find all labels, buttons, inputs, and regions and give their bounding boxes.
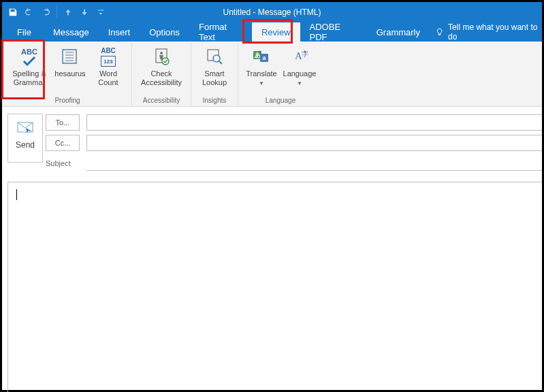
subject-input[interactable] [86, 156, 542, 171]
send-button[interactable]: Send [7, 114, 43, 163]
group-proofing: ABC Spelling & Grammar hesaurus ABC 123 [3, 43, 132, 106]
ribbon-tabs: File Message Insert Options Format Text … [2, 22, 542, 42]
translate-button[interactable]: あa Translate▼ [242, 43, 281, 95]
group-proofing-label: Proofing [54, 95, 80, 106]
chevron-down-icon: ▼ [246, 79, 276, 88]
group-accessibility: Check Accessibility Accessibility [132, 43, 191, 106]
next-item-icon[interactable] [76, 4, 93, 20]
word-count-button[interactable]: ABC 123 Word Count [89, 43, 127, 95]
group-accessibility-label: Accessibility [143, 95, 180, 106]
smart-lookup-icon [206, 46, 223, 67]
cc-button[interactable]: Cc... [46, 135, 80, 151]
group-language-label: Language [266, 95, 296, 106]
message-body[interactable] [7, 182, 542, 392]
tab-review[interactable]: Review [252, 22, 300, 42]
prev-item-icon[interactable] [60, 4, 76, 20]
undo-icon[interactable] [21, 4, 37, 20]
svg-point-7 [162, 58, 169, 65]
tab-adobe-pdf[interactable]: ADOBE PDF [300, 22, 367, 42]
accessibility-icon [153, 46, 170, 67]
language-icon: A字 [290, 46, 309, 67]
save-icon[interactable] [5, 4, 21, 20]
word-count-icon: ABC 123 [101, 46, 116, 67]
customize-qat-icon[interactable] [93, 4, 109, 20]
lightbulb-icon [435, 27, 444, 37]
title-bar: Untitled - Message (HTML) [2, 2, 542, 22]
send-label: Send [16, 140, 35, 150]
thesaurus-button[interactable]: hesaurus [51, 43, 89, 95]
to-input[interactable] [86, 114, 542, 131]
ribbon: ABC Spelling & Grammar hesaurus ABC 123 [2, 42, 542, 107]
subject-row: Subject [46, 154, 542, 172]
to-row: To... [46, 114, 542, 131]
svg-line-10 [219, 61, 222, 64]
cc-input[interactable] [86, 135, 542, 151]
quick-access-toolbar [2, 4, 109, 20]
svg-rect-0 [63, 50, 76, 63]
svg-point-6 [160, 52, 163, 54]
redo-icon[interactable] [37, 4, 54, 20]
send-icon [17, 118, 33, 137]
translate-icon: あa [252, 46, 271, 67]
group-insights: Smart Lookup Insights [191, 43, 238, 106]
compose-fields: To... Cc... Subject [46, 114, 542, 175]
group-insights-label: Insights [203, 95, 226, 106]
tab-options[interactable]: Options [140, 22, 189, 42]
text-cursor [16, 189, 17, 200]
thesaurus-icon [61, 46, 79, 67]
to-button[interactable]: To... [46, 114, 80, 131]
tab-file[interactable]: File [7, 22, 44, 42]
tell-me-label: Tell me what you want to do [448, 22, 542, 42]
subject-label: Subject [46, 159, 80, 167]
language-button[interactable]: A字 Language▼ [281, 43, 319, 95]
tab-message[interactable]: Message [44, 22, 99, 42]
tell-me-search[interactable]: Tell me what you want to do [435, 22, 542, 42]
svg-point-9 [213, 55, 220, 62]
check-accessibility-button[interactable]: Check Accessibility [136, 43, 187, 95]
smart-lookup-button[interactable]: Smart Lookup [195, 43, 234, 95]
qat-separator [57, 6, 57, 18]
cc-row: Cc... [46, 134, 542, 152]
tab-format-text[interactable]: Format Text [189, 22, 252, 42]
tab-grammarly[interactable]: Grammarly [367, 22, 430, 42]
group-language: あa Translate▼ A字 Language▼ Language [238, 43, 323, 106]
tab-insert[interactable]: Insert [99, 22, 140, 42]
compose-header: Send To... Cc... Subject [2, 107, 542, 182]
spelling-icon: ABC [21, 46, 37, 67]
spelling-grammar-button[interactable]: ABC Spelling & Grammar [7, 43, 51, 95]
chevron-down-icon: ▼ [283, 79, 317, 88]
